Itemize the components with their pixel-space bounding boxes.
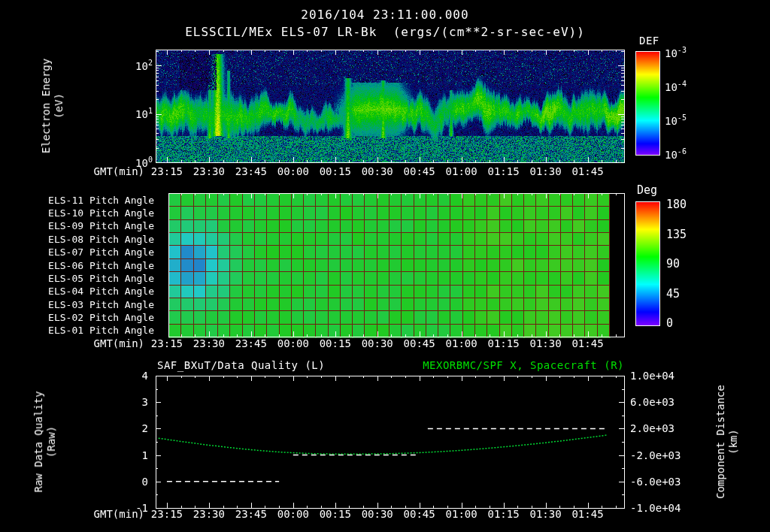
deg-tick-label: 180 [666, 198, 687, 211]
time-tick-label: 00:00 [277, 337, 309, 349]
time-tick-label: 00:15 [320, 337, 351, 349]
deg-tick-label: 90 [666, 257, 680, 271]
gmt-label-pitch: GMT(min) [94, 337, 144, 349]
pitch-row-label: ELS-02 Pitch Angle [48, 311, 154, 322]
quality-tick-label: 2 [142, 422, 148, 434]
time-tick-label: 01:00 [446, 508, 477, 520]
quality-y-axis-label-line2: (Raw) [45, 391, 58, 493]
title-gap [377, 25, 393, 39]
energy-tick-label: 102 [135, 59, 153, 72]
quality-y-axis-label: Raw Data Quality (Raw) [32, 391, 58, 493]
time-tick-label: 23:45 [235, 337, 267, 349]
def-tick-label: 10-5 [665, 113, 687, 127]
distance-title: MEXORBMC/SPF X, Spacecraft (R) [423, 359, 624, 371]
time-tick-label: 00:15 [320, 508, 351, 520]
time-tick-label: 00:30 [362, 337, 393, 349]
time-tick-label: 00:45 [404, 337, 435, 349]
time-tick-label: 23:15 [151, 337, 183, 349]
pitch-row-label: ELS-05 Pitch Angle [48, 272, 154, 283]
time-tick-label: 01:45 [571, 337, 603, 349]
quality-tick-label: 4 [142, 370, 148, 382]
time-tick-label: 00:45 [404, 165, 435, 177]
time-tick-label: 23:30 [193, 337, 225, 349]
timestamp-title: 2016/104 23:11:00.000 [0, 8, 770, 22]
distance-tick-label: 2.0e+03 [630, 422, 675, 434]
quality-tick-label: 3 [142, 396, 148, 408]
quality-tick-label: 1 [142, 449, 148, 461]
distance-tick-label: -2.0e+03 [630, 449, 681, 461]
plot-window: 2016/104 23:11:00.000 ELSSCIL/MEx ELS-07… [0, 0, 770, 532]
time-tick-label: 23:30 [193, 165, 225, 177]
units-label: (ergs/(cm**2-sr-sec-eV)) [393, 25, 585, 39]
pitch-row-label: ELS-08 Pitch Angle [48, 233, 154, 244]
energy-tick-label: 100 [135, 156, 153, 169]
distance-y-axis-label-line1: Component Distance [714, 385, 727, 499]
deg-colorbar-title: Deg [637, 183, 657, 197]
time-tick-label: 23:45 [235, 165, 267, 177]
time-tick-label: 01:30 [529, 508, 561, 520]
quality-tick-label: -1 [135, 502, 148, 514]
def-tick-label: 10-3 [665, 46, 687, 59]
pitch-row-label: ELS-07 Pitch Angle [48, 246, 154, 258]
instrument-title: ELSSCIL/MEx ELS-07 LR-Bk [185, 25, 377, 39]
deg-tick-label: 45 [666, 287, 680, 301]
pitch-row-label: ELS-11 Pitch Angle [48, 194, 154, 205]
time-tick-label: 01:30 [529, 337, 561, 349]
deg-tick-label: 0 [666, 316, 673, 330]
quality-y-axis-label-line1: Raw Data Quality [32, 391, 45, 493]
time-tick-label: 01:00 [446, 337, 477, 349]
time-tick-label: 00:15 [320, 165, 351, 177]
time-tick-label: 23:15 [151, 165, 183, 177]
pitch-row-label: ELS-04 Pitch Angle [48, 286, 154, 297]
def-tick-label: 10-4 [665, 80, 687, 93]
time-tick-label: 01:15 [488, 508, 520, 520]
quality-tick-label: 0 [142, 476, 148, 488]
spectrogram-y-axis-label-line1: Electron Energy [40, 59, 53, 153]
time-tick-label: 23:15 [151, 508, 183, 520]
distance-tick-label: 6.0e+03 [630, 396, 675, 408]
time-tick-label: 01:15 [488, 165, 520, 177]
time-tick-label: 01:00 [446, 165, 477, 177]
distance-y-axis-label-line2: (km) [727, 385, 740, 499]
def-tick-label: 10-6 [665, 147, 687, 161]
time-tick-label: 00:00 [277, 165, 309, 177]
deg-tick-label: 135 [666, 228, 687, 241]
pitch-row-label: ELS-03 Pitch Angle [48, 298, 154, 310]
time-tick-label: 00:00 [277, 508, 309, 520]
pitch-row-label: ELS-09 Pitch Angle [48, 220, 154, 231]
pitch-row-label: ELS-06 Pitch Angle [48, 259, 154, 271]
time-tick-label: 00:30 [362, 165, 393, 177]
def-colorbar-title: DEF [639, 35, 659, 47]
distance-tick-label: -6.0e+03 [630, 476, 681, 488]
time-tick-label: 00:45 [404, 508, 435, 520]
time-tick-label: 23:30 [193, 508, 225, 520]
quality-title: SAF_BXuT/Data Quality (L) [157, 359, 325, 371]
time-tick-label: 01:45 [571, 508, 603, 520]
time-tick-label: 01:30 [529, 165, 561, 177]
spectrogram-y-axis-label: Electron Energy (eV) [40, 59, 65, 153]
time-tick-label: 01:15 [488, 337, 520, 349]
distance-tick-label: -1.0e+04 [630, 502, 681, 514]
distance-tick-label: 1.0e+04 [630, 370, 675, 382]
energy-tick-label: 101 [135, 107, 153, 120]
distance-y-axis-label: Component Distance (km) [714, 385, 740, 499]
pitch-row-label: ELS-01 Pitch Angle [48, 325, 154, 336]
time-tick-label: 00:30 [362, 508, 393, 520]
time-tick-label: 01:45 [571, 165, 603, 177]
spectrogram-y-axis-label-line2: (eV) [53, 59, 65, 153]
time-tick-label: 23:45 [235, 508, 267, 520]
pitch-row-label: ELS-10 Pitch Angle [48, 207, 154, 219]
